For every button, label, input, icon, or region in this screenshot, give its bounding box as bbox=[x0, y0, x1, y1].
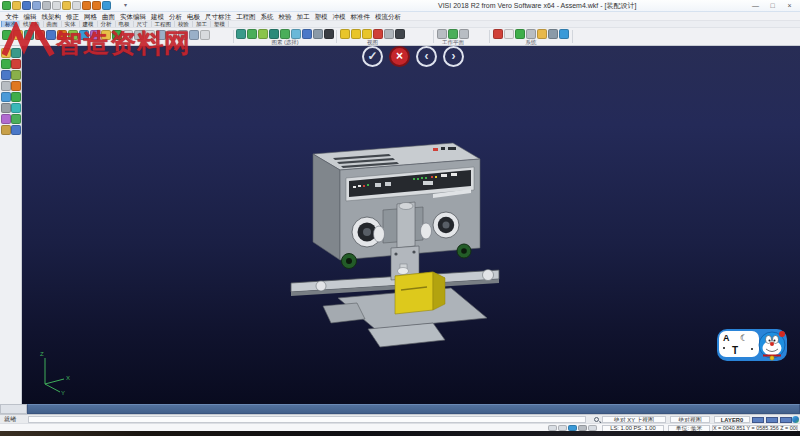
toolbar-tab[interactable]: 电极 bbox=[116, 21, 134, 27]
workplane-auto-icon[interactable] bbox=[448, 29, 458, 39]
menu-item[interactable]: 塑模 bbox=[312, 12, 330, 21]
select-layer-icon[interactable] bbox=[247, 29, 257, 39]
tool-icon[interactable] bbox=[123, 30, 133, 40]
undo-icon[interactable] bbox=[82, 1, 91, 10]
tool-icon[interactable] bbox=[167, 30, 177, 40]
machine-model[interactable] bbox=[283, 128, 508, 358]
graphics-viewport[interactable]: ✓ × ‹ › bbox=[22, 46, 800, 404]
toolbar-tab[interactable]: 建模 bbox=[80, 21, 98, 27]
menu-item[interactable]: 文件 bbox=[3, 12, 21, 21]
tool-icon[interactable] bbox=[35, 30, 45, 40]
layer-manager-icon[interactable] bbox=[493, 29, 503, 39]
dimension-icon[interactable] bbox=[1, 92, 11, 102]
toolbar-tab[interactable]: 线架构 bbox=[20, 21, 44, 27]
print-preview-icon[interactable] bbox=[52, 1, 61, 10]
select-all-icon[interactable] bbox=[236, 29, 246, 39]
tool-icon[interactable] bbox=[112, 30, 122, 40]
snap-icon[interactable] bbox=[515, 29, 525, 39]
line-icon[interactable] bbox=[11, 48, 21, 58]
menu-item[interactable]: 修正 bbox=[64, 12, 82, 21]
grid-icon[interactable] bbox=[526, 29, 536, 39]
fillet-icon[interactable] bbox=[1, 103, 11, 113]
menu-item[interactable]: 建模 bbox=[149, 12, 167, 21]
save-all-icon[interactable] bbox=[32, 1, 41, 10]
help-icon[interactable] bbox=[102, 1, 111, 10]
globe-icon[interactable] bbox=[792, 416, 799, 423]
minimize-button[interactable]: — bbox=[747, 0, 764, 11]
tool-icon[interactable] bbox=[79, 30, 89, 40]
move-icon[interactable] bbox=[11, 114, 21, 124]
menu-item[interactable]: 系统 bbox=[258, 12, 276, 21]
workplane-icon[interactable] bbox=[437, 29, 447, 39]
info-icon[interactable] bbox=[559, 29, 569, 39]
mirror-icon[interactable] bbox=[1, 114, 11, 124]
paste-icon[interactable] bbox=[72, 1, 81, 10]
menu-item[interactable]: 曲面 bbox=[100, 12, 118, 21]
delete-view-icon[interactable] bbox=[395, 29, 405, 39]
point-icon[interactable] bbox=[1, 48, 11, 58]
next-button[interactable]: › bbox=[443, 46, 464, 67]
tool-icon[interactable] bbox=[68, 30, 78, 40]
command-prompt-field[interactable] bbox=[28, 416, 586, 423]
tool-icon[interactable] bbox=[178, 30, 188, 40]
shade-icon[interactable] bbox=[384, 29, 394, 39]
menu-item[interactable]: 加工 bbox=[294, 12, 312, 21]
save-icon[interactable] bbox=[22, 1, 31, 10]
solid-icon[interactable] bbox=[1, 81, 11, 91]
zoom-extents-icon[interactable] bbox=[362, 29, 372, 39]
database-icon[interactable] bbox=[537, 29, 547, 39]
surface-icon[interactable] bbox=[11, 70, 21, 80]
menu-item[interactable]: 模流分析 bbox=[373, 12, 404, 21]
text-icon[interactable] bbox=[11, 81, 21, 91]
workplane-view-field[interactable]: 绝对 XY 上视图 bbox=[602, 416, 666, 423]
copy-icon[interactable] bbox=[62, 1, 71, 10]
tool-icon[interactable] bbox=[13, 30, 23, 40]
previous-button[interactable]: ‹ bbox=[416, 46, 437, 67]
view-mode-field[interactable]: 绝对视图 bbox=[670, 416, 710, 423]
confirm-button[interactable]: ✓ bbox=[362, 46, 383, 67]
select-color-icon[interactable] bbox=[258, 29, 268, 39]
attributes-icon[interactable] bbox=[504, 29, 514, 39]
select-chain-icon[interactable] bbox=[291, 29, 301, 39]
toolbar-tab[interactable]: 尺寸 bbox=[134, 21, 152, 27]
select-visible-icon[interactable] bbox=[313, 29, 323, 39]
new-document-icon[interactable] bbox=[2, 1, 11, 10]
toolbar-tab[interactable]: 校验 bbox=[175, 21, 193, 27]
toolbar-tab[interactable]: 工程图 bbox=[152, 21, 176, 27]
select-filter-icon[interactable] bbox=[324, 29, 334, 39]
tool-icon[interactable] bbox=[134, 30, 144, 40]
arc-icon[interactable] bbox=[1, 59, 11, 69]
select-face-icon[interactable] bbox=[302, 29, 312, 39]
tool-icon[interactable] bbox=[156, 30, 166, 40]
menu-item[interactable]: 实体编辑 bbox=[118, 12, 149, 21]
tool-icon[interactable] bbox=[90, 30, 100, 40]
maximize-button[interactable]: □ bbox=[764, 0, 781, 11]
tool-icon[interactable] bbox=[46, 30, 56, 40]
toolbar-tab[interactable]: 加工 bbox=[193, 21, 211, 27]
rotate-icon[interactable] bbox=[1, 125, 11, 135]
tool-icon[interactable] bbox=[189, 30, 199, 40]
cancel-button[interactable]: × bbox=[389, 46, 410, 67]
trim-icon[interactable] bbox=[11, 92, 21, 102]
menu-item[interactable]: 分析 bbox=[167, 12, 185, 21]
tool-icon[interactable] bbox=[57, 30, 67, 40]
tool-icon[interactable] bbox=[145, 30, 155, 40]
toolbar-tab[interactable]: 标准 bbox=[2, 21, 20, 27]
toolbar-tab[interactable]: 实体 bbox=[62, 21, 80, 27]
settings-icon[interactable] bbox=[548, 29, 558, 39]
circle-icon[interactable] bbox=[11, 59, 21, 69]
curve-icon[interactable] bbox=[1, 70, 11, 80]
menu-item[interactable]: 线架构 bbox=[39, 12, 64, 21]
menu-item[interactable]: 电极 bbox=[185, 12, 203, 21]
menu-item[interactable]: 标准件 bbox=[348, 12, 373, 21]
select-type-icon[interactable] bbox=[269, 29, 279, 39]
active-layer-field[interactable]: LAYER0 bbox=[714, 416, 750, 423]
menu-item[interactable]: 编辑 bbox=[21, 12, 39, 21]
toolbar-tab[interactable]: 曲面 bbox=[44, 21, 62, 27]
menu-item[interactable]: 尺寸标注 bbox=[203, 12, 234, 21]
menu-item[interactable]: 网格 bbox=[82, 12, 100, 21]
tool-icon[interactable] bbox=[200, 30, 210, 40]
redo-icon[interactable] bbox=[92, 1, 101, 10]
tool-icon[interactable] bbox=[101, 30, 111, 40]
toolbar-tab[interactable]: 塑模 bbox=[211, 21, 229, 27]
